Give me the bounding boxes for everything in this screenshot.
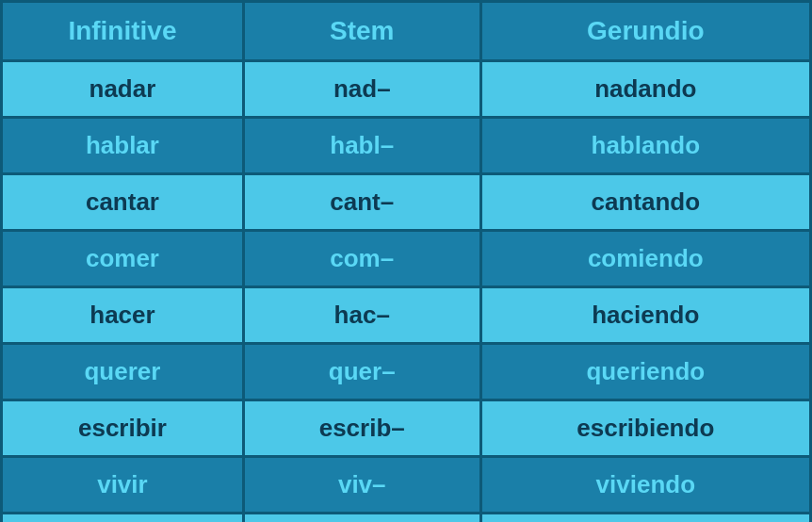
cell-infinitive: vivir [2, 457, 244, 514]
header-infinitive: Infinitive [2, 2, 244, 61]
table-row: escribirescrib–escribiendo [2, 400, 811, 457]
table-row: comercom–comiendo [2, 231, 811, 287]
cell-infinitive: cantar [2, 174, 244, 231]
table-row: nadarnad–nadando [2, 61, 811, 118]
cell-infinitive: compartir [2, 514, 244, 523]
cell-gerundio: escribiendo [480, 400, 810, 457]
cell-infinitive: escribir [2, 400, 244, 457]
cell-stem: habl– [243, 118, 480, 174]
cell-stem: hac– [243, 287, 480, 344]
cell-stem: com– [243, 231, 480, 287]
table-row: vivirviv–viviendo [2, 457, 811, 514]
cell-infinitive: querer [2, 344, 244, 400]
cell-stem: viv– [243, 457, 480, 514]
cell-gerundio: cantando [480, 174, 810, 231]
cell-gerundio: haciendo [480, 287, 810, 344]
cell-stem: nad– [243, 61, 480, 118]
cell-gerundio: comiendo [480, 231, 810, 287]
cell-gerundio: compartiendo [480, 514, 810, 523]
header-row: Infinitive Stem Gerundio [2, 2, 811, 61]
cell-gerundio: nadando [480, 61, 810, 118]
header-gerundio: Gerundio [480, 2, 810, 61]
cell-stem: cant– [243, 174, 480, 231]
cell-stem: quer– [243, 344, 480, 400]
cell-stem: compart– [243, 514, 480, 523]
cell-gerundio: viviendo [480, 457, 810, 514]
cell-gerundio: queriendo [480, 344, 810, 400]
cell-gerundio: hablando [480, 118, 810, 174]
cell-stem: escrib– [243, 400, 480, 457]
table-row: compartircompart–compartiendo [2, 514, 811, 523]
conjugation-table: Infinitive Stem Gerundio nadarnad–nadand… [0, 0, 812, 522]
cell-infinitive: nadar [2, 61, 244, 118]
cell-infinitive: hablar [2, 118, 244, 174]
table-row: hacerhac–haciendo [2, 287, 811, 344]
table-row: cantarcant–cantando [2, 174, 811, 231]
table-row: hablarhabl–hablando [2, 118, 811, 174]
cell-infinitive: hacer [2, 287, 244, 344]
cell-infinitive: comer [2, 231, 244, 287]
header-stem: Stem [243, 2, 480, 61]
main-container: Infinitive Stem Gerundio nadarnad–nadand… [0, 0, 812, 522]
table-row: quererquer–queriendo [2, 344, 811, 400]
